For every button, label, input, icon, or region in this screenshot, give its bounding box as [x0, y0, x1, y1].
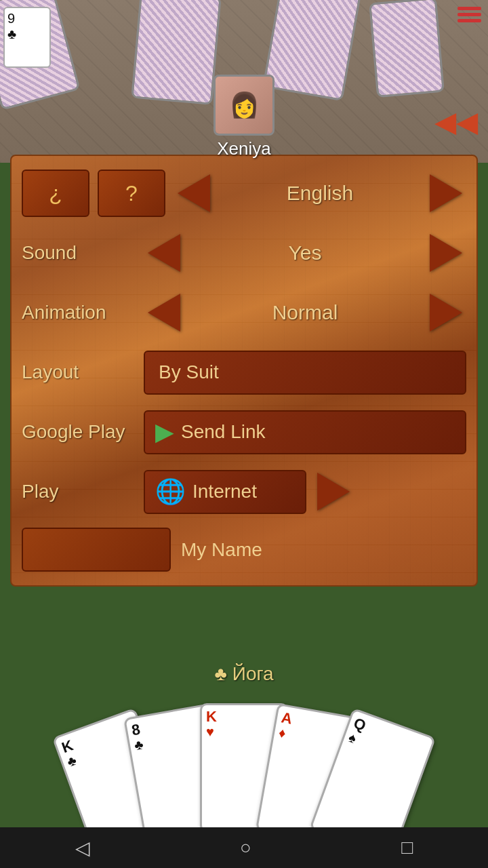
send-link-button[interactable]: ▶ Send Link: [144, 410, 466, 454]
layout-button[interactable]: By Suit: [144, 351, 466, 395]
sound-toggle-icon[interactable]: ◀◀: [434, 105, 478, 138]
back-button[interactable]: ◁: [75, 837, 90, 859]
animation-label: Animation: [22, 302, 144, 323]
sound-right-button[interactable]: [426, 233, 466, 273]
animation-controls: Normal: [144, 292, 466, 333]
card-rank: K: [206, 709, 217, 724]
card-suit: ♣: [65, 753, 79, 770]
hamburger-menu[interactable]: [458, 7, 481, 22]
bottom-player-label: ♣ Йога: [214, 663, 273, 685]
language-left-button[interactable]: [174, 173, 214, 214]
play-right-button[interactable]: [313, 471, 354, 512]
language-right-button[interactable]: [426, 173, 466, 214]
google-play-label: Google Play: [22, 421, 144, 443]
card-nine: 9♣: [3, 7, 51, 68]
arrow-right-icon: [430, 294, 462, 332]
club-icon: ♣: [214, 663, 226, 685]
animation-left-button[interactable]: [144, 292, 184, 333]
recents-button[interactable]: □: [401, 837, 413, 859]
card-suit: ♦: [277, 725, 287, 741]
settings-panel: ¿ ? English Sound Yes Anima: [10, 155, 478, 587]
yoga-text: Йога: [232, 663, 274, 685]
my-name-row: My Name: [22, 528, 466, 572]
arrow-right-icon: [430, 174, 462, 212]
sound-controls: Yes: [144, 233, 466, 273]
sound-value: Yes: [184, 241, 426, 264]
arrow-left-icon: [148, 234, 180, 272]
card-back-4: [369, 0, 445, 98]
play-store-icon: ▶: [155, 418, 174, 446]
google-play-row: Google Play ▶ Send Link: [22, 408, 466, 456]
arrow-right-icon: [317, 473, 350, 511]
help-button-1[interactable]: ¿: [22, 170, 89, 217]
hamburger-line-1: [458, 7, 481, 10]
layout-row: Layout By Suit: [22, 349, 466, 396]
my-name-label: My Name: [181, 539, 262, 561]
globe-icon: 🌐: [155, 477, 186, 506]
name-input[interactable]: [22, 528, 171, 572]
language-row: ¿ ? English: [22, 170, 466, 217]
card-suit: ♣: [133, 736, 144, 753]
arrow-right-icon: [430, 234, 462, 272]
card-suit: ♠: [346, 730, 359, 747]
navigation-bar: ◁ ○ □: [0, 827, 488, 868]
play-row: Play 🌐 Internet: [22, 468, 466, 515]
sound-row: Sound Yes: [22, 229, 466, 277]
hamburger-line-2: [458, 13, 481, 16]
google-play-controls: ▶ Send Link: [144, 410, 466, 454]
arrow-left-icon: [178, 174, 210, 212]
card-suit: ♥: [206, 724, 214, 740]
hand-cards: K ♣ 8 ♣ K ♥ A ♦ Q ♠: [0, 679, 488, 829]
play-label: Play: [22, 481, 144, 502]
play-controls: 🌐 Internet: [144, 470, 466, 514]
sound-label: Sound: [22, 242, 144, 264]
avatar: 👩: [214, 75, 274, 136]
home-button[interactable]: ○: [240, 837, 251, 859]
language-value: English: [214, 182, 426, 205]
card-back-2: [131, 0, 221, 105]
help-button-2[interactable]: ?: [98, 170, 165, 217]
arrow-left-icon: [148, 294, 180, 332]
player-name: Xeniya: [217, 138, 271, 159]
player-area: 👩 Xeniya: [214, 75, 274, 159]
sound-left-button[interactable]: [144, 233, 184, 273]
animation-right-button[interactable]: [426, 292, 466, 333]
card-rank: A: [280, 710, 293, 726]
layout-controls: By Suit: [144, 351, 466, 395]
animation-value: Normal: [184, 301, 426, 324]
hamburger-line-3: [458, 19, 481, 22]
internet-button[interactable]: 🌐 Internet: [144, 470, 306, 514]
animation-row: Animation Normal: [22, 289, 466, 336]
avatar-image: 👩: [216, 77, 272, 134]
card-rank: 8: [131, 722, 142, 738]
layout-label: Layout: [22, 361, 144, 383]
